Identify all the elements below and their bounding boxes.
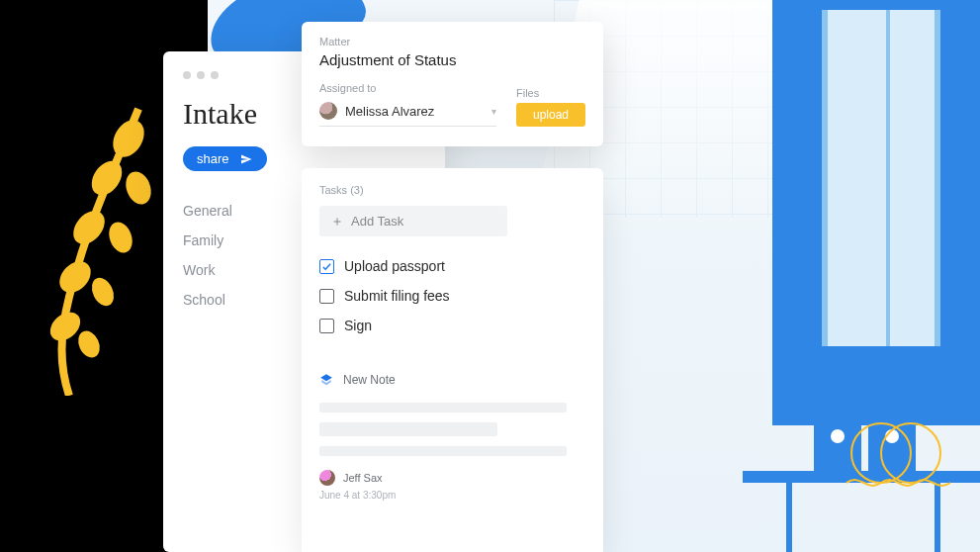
note-text-placeholder xyxy=(319,422,497,436)
assigned-label: Assigned to xyxy=(319,82,496,94)
assigned-to-value: Melissa Alvarez xyxy=(345,104,434,119)
window-dot-icon xyxy=(211,71,219,79)
note-icon xyxy=(319,373,333,387)
matter-label: Matter xyxy=(319,36,585,47)
avatar-icon xyxy=(319,470,335,486)
task-checkbox[interactable] xyxy=(319,319,334,333)
upload-button[interactable]: upload xyxy=(516,103,585,127)
tasks-panel: Tasks (3) Add Task Upload passport Submi… xyxy=(302,168,603,552)
svg-point-0 xyxy=(107,115,150,163)
task-row: Upload passport xyxy=(319,258,585,274)
tasks-header: Tasks (3) xyxy=(319,184,585,196)
files-label: Files xyxy=(516,87,585,99)
svg-point-8 xyxy=(74,327,104,361)
matter-card: Matter Adjustment of Status Assigned to … xyxy=(302,22,603,146)
new-note-label: New Note xyxy=(343,373,396,387)
svg-point-1 xyxy=(85,155,128,201)
note-text-placeholder xyxy=(319,403,567,413)
window-dot-icon xyxy=(197,71,205,79)
task-label: Submit filing fees xyxy=(344,288,450,304)
matter-value: Adjustment of Status xyxy=(319,51,585,68)
note-author-row: Jeff Sax xyxy=(319,470,585,486)
avatar-icon xyxy=(319,102,337,120)
svg-point-4 xyxy=(105,219,136,256)
note-author: Jeff Sax xyxy=(343,472,383,484)
add-task-button[interactable]: Add Task xyxy=(319,206,507,236)
note-timestamp: June 4 at 3:30pm xyxy=(319,490,585,501)
wave-decoration-icon xyxy=(842,394,980,503)
new-note-button[interactable]: New Note xyxy=(319,373,585,387)
svg-point-2 xyxy=(122,168,155,208)
plus-icon xyxy=(331,216,343,228)
assigned-to-select[interactable]: Melissa Alvarez ▾ xyxy=(319,98,496,127)
svg-point-3 xyxy=(67,205,111,250)
check-icon xyxy=(321,261,332,272)
window-dot-icon xyxy=(183,71,191,79)
share-button[interactable]: share xyxy=(183,146,267,171)
chevron-down-icon: ▾ xyxy=(491,106,496,117)
task-list: Upload passport Submit filing fees Sign xyxy=(319,258,585,333)
task-checkbox[interactable] xyxy=(319,259,334,274)
task-checkbox[interactable] xyxy=(319,289,334,304)
svg-point-6 xyxy=(88,274,119,310)
send-icon xyxy=(239,153,253,165)
task-label: Upload passport xyxy=(344,258,445,274)
share-button-label: share xyxy=(197,151,229,166)
task-row: Submit filing fees xyxy=(319,288,585,304)
note-text-placeholder xyxy=(319,446,567,456)
task-label: Sign xyxy=(344,318,372,333)
task-row: Sign xyxy=(319,318,585,333)
add-task-label: Add Task xyxy=(351,214,403,229)
leaf-decoration-icon xyxy=(30,99,178,396)
